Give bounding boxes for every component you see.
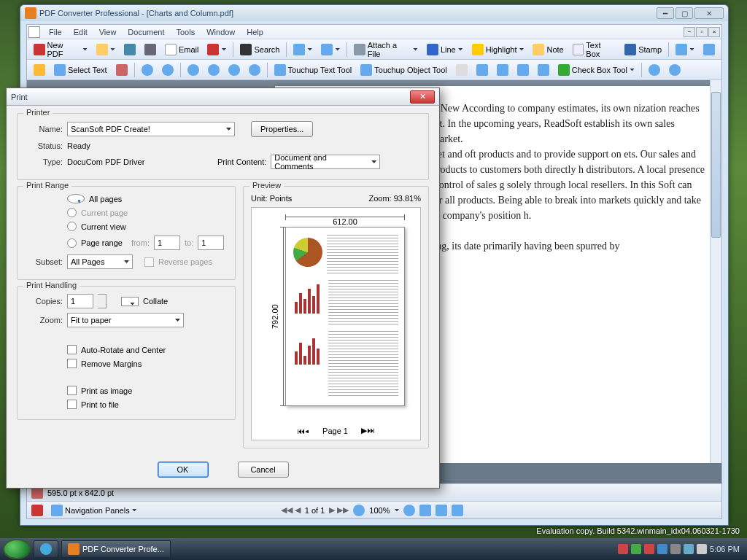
tray-icon[interactable] [670, 544, 681, 554]
touchup-text-button[interactable]: Touchup Text Tool [271, 62, 356, 78]
select-text-button[interactable]: Select Text [50, 62, 111, 78]
radio-all-pages[interactable] [67, 194, 85, 203]
tray-icon[interactable] [657, 544, 667, 554]
note-button[interactable]: Note [529, 42, 567, 58]
menu-view[interactable]: View [93, 28, 123, 36]
ok-button[interactable]: OK [158, 462, 209, 478]
open-button[interactable] [93, 42, 119, 58]
search-button[interactable]: Search [236, 42, 283, 58]
start-button[interactable] [3, 539, 31, 559]
highlight-button[interactable]: Highlight [468, 42, 528, 58]
chevron-down-icon[interactable] [394, 509, 399, 512]
subset-select[interactable]: All Pages [67, 254, 133, 269]
stamp-button[interactable]: Stamp [621, 42, 665, 58]
nav-back[interactable] [138, 62, 157, 78]
title-bar[interactable]: PDF Converter Professional - [Charts and… [20, 5, 728, 21]
snapshot-tool[interactable] [112, 62, 131, 78]
new-pdf-button[interactable]: New PDF [30, 42, 91, 58]
volume-icon[interactable] [697, 544, 707, 554]
tool-d[interactable] [700, 42, 719, 58]
close-button[interactable]: ✕ [694, 7, 724, 19]
form-b[interactable] [493, 62, 512, 78]
print-content-select[interactable]: Document and Comments [271, 155, 380, 169]
taskbar-app[interactable]: PDF Converter Profe... [61, 540, 171, 558]
tool-a[interactable] [290, 42, 316, 58]
tofile-check[interactable] [67, 400, 77, 409]
dialog-close-button[interactable]: ✕ [410, 90, 435, 104]
to-input[interactable]: 1 [198, 236, 224, 250]
fit-width-icon[interactable] [419, 505, 431, 516]
copies-spinner[interactable] [98, 294, 107, 308]
line-button[interactable]: Line [423, 42, 467, 58]
tool-b[interactable] [317, 42, 344, 58]
menu-tools[interactable]: Tools [171, 28, 201, 36]
minimize-button[interactable]: ━ [657, 7, 674, 19]
last-page-icon[interactable]: ▶⏭ [361, 426, 375, 435]
vertical-scrollbar[interactable] [710, 80, 721, 483]
attach-file-button[interactable]: Attach a File [350, 42, 422, 58]
dialog-title-bar[interactable]: Print ✕ [7, 88, 439, 106]
zoom-in-icon[interactable] [403, 505, 415, 516]
menu-help[interactable]: Help [241, 28, 269, 36]
rotate-cw[interactable] [665, 62, 684, 78]
radio-page-range[interactable] [67, 238, 77, 248]
rotate-ccw[interactable] [645, 62, 664, 78]
copies-input[interactable]: 1 [67, 294, 93, 308]
radio-current-page[interactable] [67, 208, 77, 217]
radio-current-view[interactable] [67, 222, 77, 231]
zoom-select[interactable]: Fit to paper [67, 313, 184, 327]
cancel-button[interactable]: Cancel [238, 462, 289, 478]
fit-page-icon[interactable] [436, 505, 447, 516]
menu-window[interactable]: Window [201, 28, 241, 36]
nav-icon[interactable] [31, 505, 43, 516]
zoom-indicator: 100% [369, 506, 390, 515]
mdi-close[interactable]: × [708, 27, 720, 37]
save-button[interactable] [120, 42, 139, 58]
print-button[interactable] [141, 42, 160, 58]
form-c[interactable] [514, 62, 533, 78]
asimage-label: Print as image [81, 386, 132, 395]
form-d[interactable] [534, 62, 553, 78]
margins-check[interactable] [67, 359, 77, 368]
menu-document[interactable]: Document [122, 28, 170, 36]
arrow-tool[interactable] [452, 62, 471, 78]
nav-panels-button[interactable]: Navigation Panels [47, 502, 141, 518]
email-button[interactable]: Email [161, 42, 203, 58]
scrollbar-thumb[interactable] [711, 92, 721, 238]
mdi-restore[interactable]: ▫ [696, 27, 708, 37]
reverse-check[interactable] [144, 257, 154, 267]
checkbox-tool-button[interactable]: Check Box Tool [554, 62, 638, 78]
touchup-object-button[interactable]: Touchup Object Tool [357, 62, 450, 78]
zoom-out[interactable] [204, 62, 223, 78]
menu-file[interactable]: File [43, 28, 68, 36]
content-label: Print Content: [217, 158, 266, 166]
printer-name-select[interactable]: ScanSoft PDF Create! [67, 122, 235, 136]
tool-c[interactable] [672, 42, 698, 58]
zoom-in[interactable] [184, 62, 203, 78]
app-icon [25, 7, 36, 19]
clock[interactable]: 5:06 PM [710, 545, 740, 553]
properties-button[interactable]: Properties... [251, 121, 313, 137]
hand-tool[interactable] [30, 62, 49, 78]
taskbar-ie[interactable] [34, 540, 58, 558]
collate-check[interactable] [121, 297, 139, 306]
tray-icon[interactable] [644, 544, 654, 554]
textbox-button[interactable]: Text Box [569, 42, 619, 58]
first-page-icon[interactable]: ⏮◀ [297, 427, 309, 435]
maximize-button[interactable]: ▢ [676, 7, 693, 19]
tray-icon[interactable] [618, 544, 628, 554]
zoom-dyn[interactable] [245, 62, 264, 78]
from-input[interactable]: 1 [154, 236, 180, 250]
zoom-marquee[interactable] [225, 62, 244, 78]
form-a[interactable] [473, 62, 492, 78]
zoom-out-icon[interactable] [353, 505, 365, 516]
mdi-minimize[interactable]: − [684, 27, 695, 37]
asimage-check[interactable] [67, 386, 77, 395]
autorotate-check[interactable] [67, 345, 77, 354]
menu-edit[interactable]: Edit [68, 28, 93, 36]
network-icon[interactable] [684, 544, 694, 554]
fit-visible-icon[interactable] [452, 505, 463, 516]
tray-icon[interactable] [631, 544, 641, 554]
pdf-button[interactable] [204, 42, 230, 58]
nav-fwd[interactable] [158, 62, 177, 78]
